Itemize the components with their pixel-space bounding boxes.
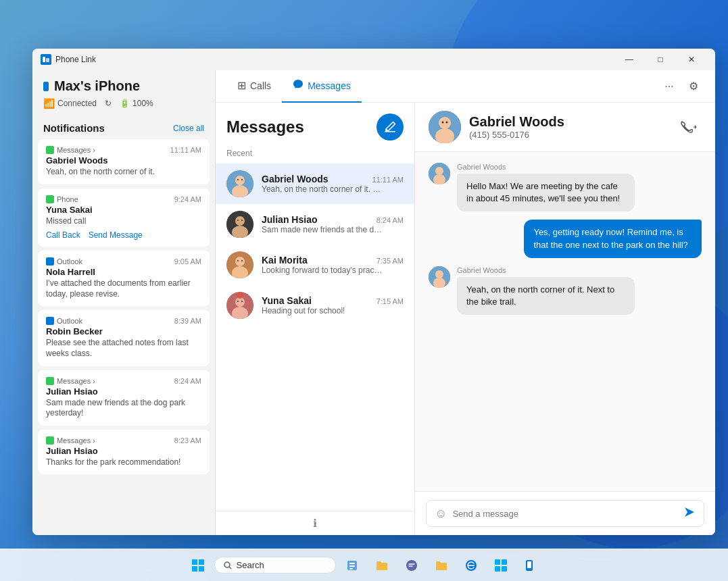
calls-icon: ⊞ <box>237 79 246 92</box>
notif-header-3: Outlook 8:39 AM <box>46 317 201 325</box>
bluetooth-status: 📶 Connected <box>43 98 97 109</box>
svg-point-27 <box>442 122 444 124</box>
phone-icon <box>43 82 49 91</box>
svg-rect-38 <box>199 566 204 572</box>
svg-rect-46 <box>495 559 500 565</box>
taskbar-item-chat[interactable] <box>398 552 425 579</box>
chat-contact-info: Gabriel Woods (415) 555-0176 <box>469 114 669 140</box>
messages-app-icon-5 <box>46 436 54 445</box>
chat-message-1: Yes, getting ready now! Remind me, is th… <box>429 220 702 257</box>
svg-point-23 <box>237 292 243 299</box>
svg-point-16 <box>237 260 239 261</box>
tab-calls[interactable]: ⊞ Calls <box>226 70 282 103</box>
window-controls: — □ ✕ <box>614 49 707 70</box>
svg-rect-42 <box>349 565 355 567</box>
notification-card-2[interactable]: Outlook 9:05 AM Nola Harrell I've attach… <box>38 251 210 306</box>
chat-contact-phone: (415) 555-0176 <box>469 130 669 140</box>
svg-rect-0 <box>43 57 45 62</box>
notif-app-5: Messages › <box>46 436 95 445</box>
chat-header-actions <box>677 115 702 139</box>
list-item[interactable]: Gabriel Woods 11:11 AM Yeah, on the nort… <box>216 163 414 204</box>
battery-icon: 🔋 <box>120 99 130 108</box>
notification-card-1[interactable]: Phone 9:24 AM Yuna Sakai Missed call Cal… <box>38 188 210 247</box>
compose-button[interactable] <box>377 113 404 141</box>
chat-message-0: Gabriel Woods Hello Max! We are meeting … <box>429 163 702 211</box>
device-name: Max's iPhone <box>43 78 204 94</box>
tab-messages[interactable]: Messages <box>282 70 362 103</box>
notification-card-4[interactable]: Messages › 8:24 AM Julian Hsiao Sam made… <box>38 370 210 426</box>
chat-msg-content-2: Gabriel Woods Yeah, on the north corner … <box>457 266 635 315</box>
emoji-button[interactable]: ☺ <box>435 507 447 521</box>
chat-msg-sender-2: Gabriel Woods <box>457 266 635 274</box>
taskbar-item-clipbord[interactable] <box>339 552 366 579</box>
panel-footer: ℹ <box>216 511 414 535</box>
notif-header-1: Phone 9:24 AM <box>46 195 201 203</box>
close-button[interactable]: ✕ <box>676 49 707 70</box>
chat-header: Gabriel Woods (415) 555-0176 <box>415 103 715 152</box>
svg-point-39 <box>224 562 230 567</box>
notifications-header: Notifications Close all <box>38 117 210 139</box>
messages-chat-area: Messages Recent <box>216 103 715 535</box>
more-options-button[interactable]: ··· <box>658 76 680 97</box>
notification-card-3[interactable]: Outlook 8:39 AM Robin Becker Please see … <box>38 310 210 365</box>
minimize-button[interactable]: — <box>614 49 645 70</box>
svg-rect-36 <box>199 559 204 565</box>
call-back-button[interactable]: Call Back <box>46 230 80 240</box>
notif-app-2: Outlook <box>46 257 82 266</box>
notification-card-0[interactable]: Messages › 11:11 AM Gabriel Woods Yeah, … <box>38 139 210 184</box>
message-input[interactable] <box>452 509 678 519</box>
svg-point-9 <box>235 216 245 226</box>
svg-point-4 <box>235 176 245 185</box>
svg-rect-51 <box>527 561 531 568</box>
avatar <box>226 211 253 238</box>
message-content: Julian Hsiao 8:24 AM Sam made new friend… <box>262 214 404 234</box>
device-header: Max's iPhone 📶 Connected ↻ 🔋 100% <box>32 78 215 117</box>
main-area: ⊞ Calls Messages ··· ⚙ <box>215 70 715 535</box>
svg-rect-2 <box>385 131 395 132</box>
svg-point-22 <box>241 301 243 302</box>
chat-msg-avatar-2 <box>429 266 450 288</box>
send-button[interactable] <box>683 506 696 521</box>
chat-msg-sender-0: Gabriel Woods <box>457 163 635 171</box>
svg-point-7 <box>241 179 243 180</box>
call-button[interactable] <box>677 115 702 139</box>
notification-card-5[interactable]: Messages › 8:23 AM Julian Hsiao Thanks f… <box>38 430 210 475</box>
taskbar-item-phonelink[interactable] <box>517 552 544 579</box>
send-message-button[interactable]: Send Message <box>89 230 143 240</box>
list-item[interactable]: Yuna Sakai 7:15 AM Heading out for schoo… <box>216 285 414 326</box>
chat-input-box: ☺ <box>426 500 704 527</box>
svg-rect-41 <box>349 563 355 564</box>
settings-button[interactable]: ⚙ <box>683 76 704 97</box>
taskbar-search[interactable]: Search <box>214 557 336 574</box>
list-item[interactable]: Julian Hsiao 8:24 AM Sam made new friend… <box>216 204 414 245</box>
messages-app-icon-0 <box>46 146 54 154</box>
close-all-button[interactable]: Close all <box>173 124 204 133</box>
svg-point-6 <box>237 179 239 180</box>
svg-point-25 <box>439 117 451 129</box>
avatar <box>226 251 253 278</box>
start-button[interactable] <box>185 552 212 579</box>
chat-msg-avatar-0 <box>429 163 450 184</box>
list-item[interactable]: Kai Morita 7:35 AM Looking forward to to… <box>216 245 414 285</box>
taskbar-item-store[interactable] <box>487 552 514 579</box>
window-title: Phone Link <box>55 55 614 64</box>
tab-calls-label: Calls <box>250 80 271 91</box>
chat-contact-avatar <box>429 111 461 143</box>
messages-panel: Messages Recent <box>216 103 415 535</box>
maximize-button[interactable]: □ <box>645 49 676 70</box>
taskbar-item-files[interactable] <box>368 552 395 579</box>
app-window: Phone Link — □ ✕ Max's iPhone 📶 Connecte… <box>32 49 715 535</box>
messages-nav-icon <box>293 79 304 93</box>
chat-contact-name: Gabriel Woods <box>469 114 669 130</box>
taskbar-item-explorer[interactable] <box>428 552 455 579</box>
taskbar-item-edge[interactable] <box>458 552 485 579</box>
recent-label: Recent <box>216 146 414 163</box>
app-icon <box>41 54 51 65</box>
message-content: Gabriel Woods 11:11 AM Yeah, on the nort… <box>262 174 404 194</box>
chat-messages: Gabriel Woods Hello Max! We are meeting … <box>415 152 715 491</box>
info-icon[interactable]: ℹ <box>313 517 317 530</box>
outlook-app-icon-3 <box>46 317 54 325</box>
tab-messages-label: Messages <box>308 80 351 91</box>
notif-header-0: Messages › 11:11 AM <box>46 146 201 154</box>
avatar <box>226 170 253 197</box>
